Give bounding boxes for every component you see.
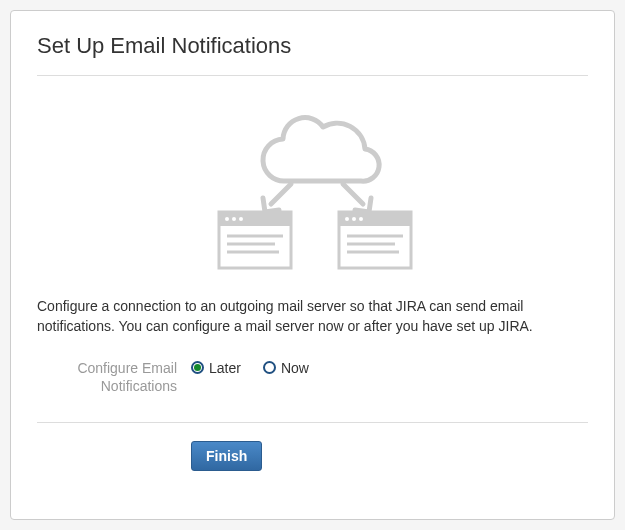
svg-point-11 (352, 217, 356, 221)
field-label: Configure Email Notifications (37, 359, 177, 397)
svg-point-2 (225, 217, 229, 221)
email-illustration (37, 94, 588, 274)
radio-later[interactable]: Later (191, 360, 241, 376)
svg-rect-1 (219, 212, 291, 226)
finish-button[interactable]: Finish (191, 441, 262, 471)
description-text: Configure a connection to an outgoing ma… (37, 296, 588, 337)
divider-top (37, 75, 588, 76)
radio-later-label: Later (209, 360, 241, 376)
radio-now-label: Now (281, 360, 309, 376)
page-title: Set Up Email Notifications (37, 33, 588, 59)
divider-bottom (37, 422, 588, 423)
svg-point-10 (345, 217, 349, 221)
svg-point-12 (359, 217, 363, 221)
setup-panel: Set Up Email Notifications (10, 10, 615, 520)
cloud-distribute-icon (183, 94, 443, 274)
radio-dot-icon (194, 364, 201, 371)
button-row: Finish (37, 441, 588, 471)
radio-circle-icon (263, 361, 276, 374)
svg-point-3 (232, 217, 236, 221)
radio-now[interactable]: Now (263, 360, 309, 376)
svg-point-4 (239, 217, 243, 221)
svg-rect-9 (339, 212, 411, 226)
configure-email-row: Configure Email Notifications Later Now (37, 359, 588, 397)
radio-group: Later Now (191, 359, 309, 376)
radio-circle-icon (191, 361, 204, 374)
